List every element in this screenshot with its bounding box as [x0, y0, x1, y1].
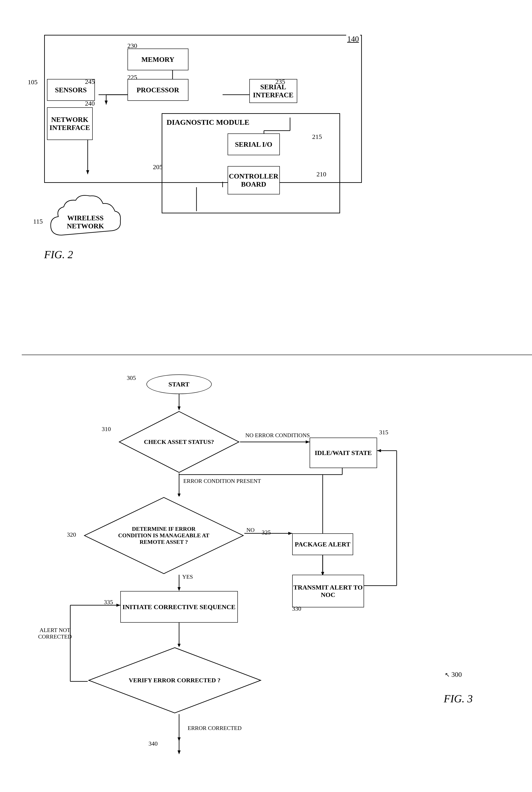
ref-310: 310	[102, 426, 111, 432]
determine-diamond: DETERMINE IF ERROR CONDITION IS MANAGEAB…	[83, 496, 244, 575]
error-corrected-label: ERROR CORRECTED	[188, 725, 242, 732]
fig2-diagram: 140 MEMORY PROCESSOR SENSORS SERIAL INTE…	[27, 22, 506, 348]
ref-210: 210	[317, 170, 326, 178]
error-condition-label: ERROR CONDITION PRESENT	[184, 478, 261, 484]
svg-marker-51	[177, 751, 180, 754]
processor-box: PROCESSOR	[128, 79, 188, 101]
diagnostic-module-label: DIAGNOSTIC MODULE	[167, 118, 250, 127]
transmit-alert-box: TRANSMIT ALERT TO NOC	[292, 575, 364, 607]
svg-marker-35	[377, 449, 381, 452]
fig3-svg	[27, 366, 506, 792]
svg-marker-37	[177, 587, 180, 591]
svg-marker-21	[306, 440, 310, 443]
verify-error-diamond: VERIFY ERROR CORRECTED ?	[88, 647, 262, 714]
check-asset-diamond: CHECK ASSET STATUS?	[118, 410, 240, 474]
divider-svg	[13, 353, 532, 357]
ref-330: 330	[292, 605, 301, 612]
package-alert-box: PACKAGE ALERT	[292, 533, 353, 555]
initiate-corrective-box: INITIATE CORRECTIVE SEQUENCE	[120, 591, 238, 623]
ref-215: 215	[312, 133, 322, 141]
ref-140-label: 140	[346, 34, 360, 43]
wireless-network-cloud: WIRELESS NETWORK	[44, 191, 127, 253]
ref-305: 305	[127, 374, 136, 382]
network-interface-box: NETWORK INTERFACE	[47, 107, 93, 140]
ref-225: 225	[128, 74, 137, 81]
ref-230: 230	[128, 42, 137, 50]
no-direction-label: NO	[247, 527, 255, 533]
ref-325: 325	[262, 529, 271, 536]
wireless-network-label: WIRELESS NETWORK	[57, 214, 114, 230]
ref-105: 105	[28, 78, 38, 86]
ref-335: 335	[104, 599, 113, 606]
yes-direction-label: YES	[182, 574, 193, 580]
bottom-arrow	[157, 740, 201, 758]
serial-interface-box: SERIAL INTERFACE	[249, 79, 297, 103]
ref-320: 320	[67, 531, 76, 538]
ref-315: 315	[379, 429, 388, 436]
ref-340: 340	[149, 740, 158, 747]
start-oval: START	[147, 374, 212, 394]
alert-not-corrected-label: ALERT NOT CORRECTED	[33, 627, 77, 640]
fig2-label: FIG. 2	[44, 248, 73, 261]
ref-115: 115	[33, 218, 43, 225]
diagnostic-module-box: DIAGNOSTIC MODULE SERIAL I/O CONTROLLER …	[162, 113, 340, 213]
svg-marker-19	[177, 406, 180, 410]
idle-wait-box: IDLE/WAIT STATE	[310, 438, 377, 468]
no-error-label: NO ERROR CONDITIONS	[245, 432, 310, 439]
svg-marker-43	[116, 604, 120, 607]
svg-marker-29	[288, 532, 292, 535]
ref-240: 240	[85, 100, 95, 107]
ref-235: 235	[276, 78, 285, 85]
memory-box: MEMORY	[128, 49, 188, 70]
fig3-label: FIG. 3	[444, 692, 473, 705]
ref-245: 245	[85, 78, 95, 85]
fig3-diagram: START 305 CHECK ASSET STATUS? 310 IDLE/W…	[27, 366, 506, 792]
ref-300: ↖ 300	[445, 670, 462, 679]
ref-205: 205	[153, 163, 163, 171]
controller-board-box: CONTROLLER BOARD	[228, 166, 280, 195]
serial-io-box: SERIAL I/O	[228, 133, 280, 155]
